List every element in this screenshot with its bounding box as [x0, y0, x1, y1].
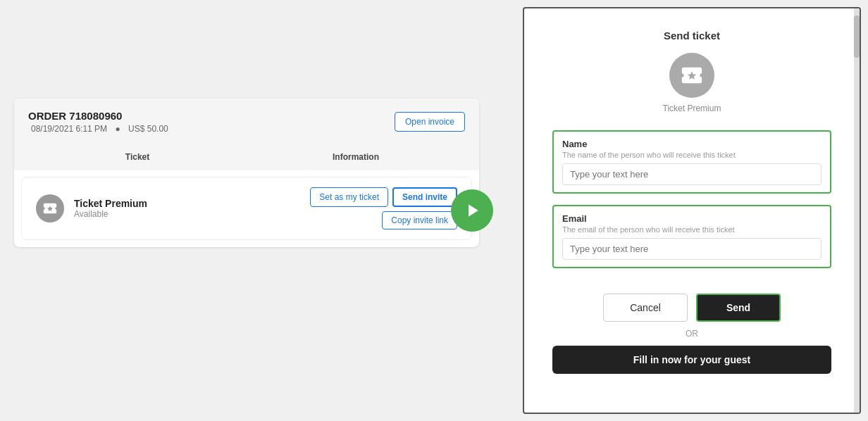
send-invite-button[interactable]: Send invite: [392, 187, 457, 207]
ticket-type-label: Ticket Premium: [663, 103, 721, 113]
order-bullet: ●: [115, 124, 120, 134]
ticket-actions-row1: Set as my ticket Send invite: [310, 187, 457, 207]
name-input[interactable]: [562, 163, 822, 185]
email-form-group: Email The email of the person who will r…: [552, 205, 831, 268]
ticket-large-icon-svg: [680, 63, 704, 87]
ticket-name: Ticket Premium: [74, 198, 310, 209]
ticket-icon-large: [669, 53, 714, 98]
ticket-icon-svg: [42, 201, 58, 216]
order-header-left: ORDER 718080960 08/19/2021 6:11 PM ● US$…: [28, 110, 171, 134]
send-ticket-title: Send ticket: [664, 30, 720, 42]
cancel-button[interactable]: Cancel: [603, 294, 688, 322]
order-panel: ORDER 718080960 08/19/2021 6:11 PM ● US$…: [14, 99, 479, 247]
scrollbar: [854, 8, 860, 413]
ticket-icon: [36, 194, 64, 222]
ticket-row: Ticket Premium Available Set as my ticke…: [21, 177, 472, 240]
order-meta: 08/19/2021 6:11 PM ● US$ 50.00: [28, 124, 171, 134]
order-price: US$ 50.00: [128, 124, 168, 134]
ticket-info: Ticket Premium Available: [74, 198, 310, 219]
buttons-row: Cancel Send: [552, 294, 831, 322]
page-container: ORDER 718080960 08/19/2021 6:11 PM ● US$…: [0, 0, 868, 421]
or-divider: OR: [686, 329, 698, 339]
name-form-group: Name The name of the person who will rec…: [552, 130, 831, 194]
email-input[interactable]: [562, 238, 822, 260]
open-invoice-button[interactable]: Open invoice: [395, 112, 465, 132]
send-button[interactable]: Send: [696, 294, 781, 322]
email-hint: The email of the person who will receive…: [562, 225, 822, 234]
scrollbar-thumb: [854, 15, 860, 58]
arrow-circle: [451, 189, 493, 232]
arrow-right-icon: [461, 200, 483, 221]
name-hint: The name of the person who will receive …: [562, 151, 822, 159]
copy-invite-link-button[interactable]: Copy invite link: [382, 211, 457, 230]
order-header: ORDER 718080960 08/19/2021 6:11 PM ● US$…: [14, 99, 479, 145]
order-title: ORDER 718080960: [28, 110, 171, 122]
send-ticket-panel: Send ticket Ticket Premium Name The name…: [523, 7, 861, 414]
order-date: 08/19/2021 6:11 PM: [31, 124, 107, 134]
fill-in-button[interactable]: Fill in now for your guest: [552, 346, 831, 374]
ticket-status: Available: [74, 209, 310, 219]
email-label: Email: [562, 213, 822, 224]
col-info-header: Information: [247, 152, 465, 162]
ticket-actions: Set as my ticket Send invite Copy invite…: [310, 187, 457, 230]
table-header: Ticket Information: [14, 145, 479, 170]
name-label: Name: [562, 139, 822, 149]
col-ticket-header: Ticket: [28, 152, 247, 162]
set-as-my-ticket-button[interactable]: Set as my ticket: [310, 187, 388, 207]
